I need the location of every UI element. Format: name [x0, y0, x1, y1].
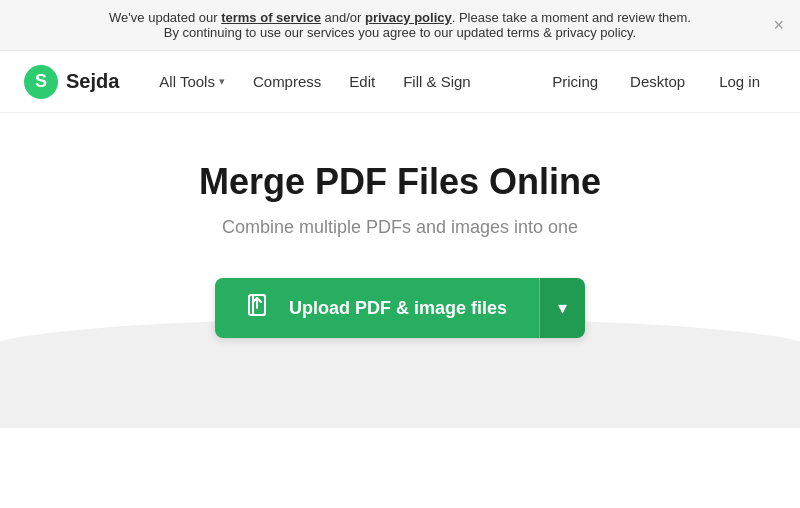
- logo-link[interactable]: S Sejda: [24, 65, 119, 99]
- pricing-link[interactable]: Pricing: [538, 65, 612, 98]
- upload-button-label: Upload PDF & image files: [289, 298, 507, 319]
- logo-text: Sejda: [66, 70, 119, 93]
- upload-area: Upload PDF & image files ▾: [0, 278, 800, 338]
- nav-right: Pricing Desktop Log in: [538, 65, 776, 98]
- logo-icon: S: [24, 65, 58, 99]
- chevron-down-icon: ▾: [219, 75, 225, 88]
- nav-links: All Tools ▾ Compress Edit Fill & Sign: [147, 65, 538, 98]
- svg-rect-1: [253, 295, 265, 315]
- page-subtitle: Combine multiple PDFs and images into on…: [0, 217, 800, 238]
- desktop-link[interactable]: Desktop: [616, 65, 699, 98]
- dropdown-arrow-icon: ▾: [558, 297, 567, 319]
- all-tools-link[interactable]: All Tools ▾: [147, 65, 237, 98]
- tos-link[interactable]: terms of service: [221, 10, 321, 25]
- banner-text: We've updated our terms of service and/o…: [109, 10, 691, 40]
- page-title: Merge PDF Files Online: [0, 161, 800, 203]
- login-button[interactable]: Log in: [703, 65, 776, 98]
- upload-button-group: Upload PDF & image files ▾: [215, 278, 585, 338]
- main-navigation: S Sejda All Tools ▾ Compress Edit Fill &…: [0, 51, 800, 113]
- upload-icon: [247, 294, 275, 322]
- edit-link[interactable]: Edit: [337, 65, 387, 98]
- notification-banner: We've updated our terms of service and/o…: [0, 0, 800, 51]
- banner-close-button[interactable]: ×: [773, 16, 784, 34]
- upload-dropdown-button[interactable]: ▾: [539, 278, 585, 338]
- privacy-link[interactable]: privacy policy: [365, 10, 452, 25]
- compress-link[interactable]: Compress: [241, 65, 333, 98]
- fill-sign-link[interactable]: Fill & Sign: [391, 65, 483, 98]
- hero-section: Merge PDF Files Online Combine multiple …: [0, 113, 800, 428]
- upload-main-button[interactable]: Upload PDF & image files: [215, 278, 539, 338]
